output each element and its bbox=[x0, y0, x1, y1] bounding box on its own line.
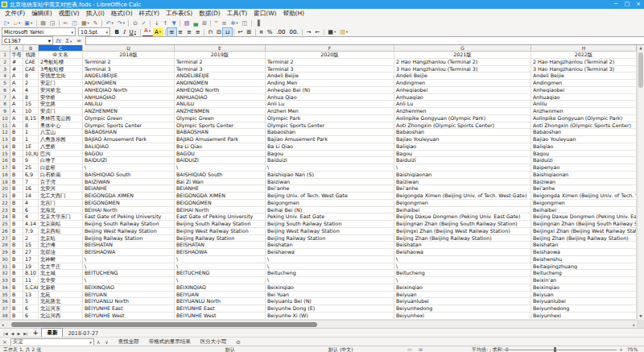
cell[interactable]: Beigongmen bbox=[394, 200, 531, 207]
cell[interactable]: ANHEQIAO North bbox=[175, 87, 266, 94]
wrap-text-button[interactable]: ↩ bbox=[236, 28, 245, 36]
cell[interactable]: 8 bbox=[23, 122, 39, 130]
cell[interactable]: 2 Hao Hangzhanlou (Terminal 2) bbox=[531, 59, 637, 66]
cell[interactable]: Baishiqiaonan bbox=[531, 172, 637, 179]
formula-button[interactable]: = bbox=[74, 38, 84, 44]
menu-item-4[interactable]: 格式(O) bbox=[108, 9, 136, 19]
cell[interactable]: 5,CAE bbox=[23, 284, 39, 292]
row-header-8[interactable]: 8 bbox=[0, 101, 10, 108]
row-header-28[interactable]: 28 bbox=[0, 242, 10, 249]
cell[interactable]: Beiyunhe Dong (E) bbox=[266, 305, 394, 313]
cell[interactable]: ANZHENMEN bbox=[83, 108, 175, 115]
cell[interactable]: B bbox=[10, 143, 23, 151]
row-header-35[interactable]: 35 bbox=[0, 292, 10, 299]
menu-item-2[interactable]: 视图(V) bbox=[56, 9, 83, 19]
font-size-combobox[interactable]: 10.5pt ▾ bbox=[78, 27, 110, 36]
cell[interactable]: 6 bbox=[23, 313, 39, 320]
cell[interactable]: A bbox=[10, 87, 23, 94]
column-header-H[interactable]: H bbox=[531, 45, 637, 52]
add-sheet-button[interactable]: + bbox=[30, 329, 42, 337]
cell[interactable]: Babaoshan bbox=[394, 129, 531, 136]
column-header-B[interactable]: B bbox=[23, 45, 39, 52]
cell[interactable]: Olympic Green bbox=[175, 115, 266, 122]
cell[interactable]: Anzhenmen bbox=[394, 108, 531, 115]
cell[interactable]: Baiziwan bbox=[266, 179, 394, 186]
maximize-button[interactable]: □ bbox=[621, 0, 633, 9]
page-style[interactable]: 默认 bbox=[225, 346, 235, 352]
row-header-20[interactable]: 20 bbox=[0, 185, 10, 193]
cell[interactable]: B bbox=[10, 270, 23, 277]
cell[interactable]: BEIYUNHE West bbox=[175, 313, 266, 320]
cell[interactable]: Beijingxi Zhan (Beijing West Railway Sta… bbox=[531, 228, 637, 235]
row-header-5[interactable]: 5 bbox=[0, 80, 10, 87]
cell[interactable]: Baipenyao bbox=[531, 164, 637, 172]
cell[interactable]: 2020版 bbox=[266, 52, 394, 59]
cell[interactable]: ANDELIBEIJIE bbox=[83, 72, 175, 80]
cell[interactable]: Aolinpike Gongyuan (Olympic Park) bbox=[394, 115, 531, 122]
cell[interactable]: 白盆窑 bbox=[39, 164, 83, 172]
cell[interactable]: BABAOSHAN bbox=[83, 129, 175, 136]
insert-image-button[interactable]: ▧ bbox=[182, 19, 192, 27]
minimize-button[interactable]: ─ bbox=[610, 0, 621, 9]
cell[interactable]: \ bbox=[266, 164, 394, 172]
sort-descending-button[interactable]: ↑ bbox=[161, 19, 170, 27]
cell[interactable]: A bbox=[10, 108, 23, 115]
cell[interactable]: 2号航站楼 bbox=[39, 59, 83, 66]
row-header-4[interactable]: 4 bbox=[0, 72, 10, 80]
row-header-10[interactable]: 10 bbox=[0, 115, 10, 122]
cell[interactable]: Beishatan bbox=[531, 242, 637, 249]
cell[interactable]: BAIDUIZI bbox=[83, 157, 175, 164]
cell[interactable]: East Gate of Peking University bbox=[175, 213, 266, 221]
cell[interactable]: 字母 bbox=[10, 52, 23, 59]
cell[interactable]: Babaoshan bbox=[266, 129, 394, 136]
open-button[interactable]: ▱▾ bbox=[11, 19, 23, 27]
cell[interactable]: Beiyuanlubei bbox=[394, 298, 531, 305]
cell[interactable]: \ bbox=[175, 256, 266, 263]
cell[interactable]: \ bbox=[175, 263, 266, 271]
cell[interactable]: 北沙滩 bbox=[39, 242, 83, 249]
decrease-indent-button[interactable]: ← bbox=[313, 28, 322, 36]
cell[interactable]: B bbox=[10, 277, 23, 284]
cell[interactable]: # bbox=[10, 59, 23, 66]
cell[interactable]: 白堆子 bbox=[39, 157, 83, 164]
cell[interactable]: Ba Li Qiao bbox=[266, 143, 394, 151]
align-right-button[interactable]: ≡ bbox=[184, 28, 193, 36]
cell[interactable]: Bai Zi Wan bbox=[175, 179, 266, 186]
cell[interactable]: Olympic Sports Center bbox=[266, 122, 394, 130]
justified-button[interactable]: ≡ bbox=[193, 28, 202, 36]
cell[interactable]: Anli Lu bbox=[266, 101, 394, 108]
cell[interactable]: Baliqiao bbox=[394, 143, 531, 151]
cell[interactable]: 13 bbox=[23, 292, 39, 299]
row-header-29[interactable]: 29 bbox=[0, 249, 10, 256]
cell[interactable]: Ba Li Qiao bbox=[175, 143, 266, 151]
cell[interactable]: Beijing South Railway Station bbox=[175, 221, 266, 228]
cell[interactable]: Baliqiao bbox=[531, 143, 637, 151]
cell[interactable]: 16 bbox=[23, 185, 39, 193]
cell[interactable]: A bbox=[10, 115, 23, 122]
cell[interactable]: A bbox=[10, 72, 23, 80]
select-function-button[interactable]: Σ▾ bbox=[64, 38, 75, 44]
formatted-display-checkbox[interactable]: 带格式的显示结果 bbox=[147, 338, 193, 346]
row-header-32[interactable]: 32 bbox=[0, 270, 10, 277]
cell[interactable]: ANDINGMEN bbox=[175, 80, 266, 87]
cell[interactable]: B bbox=[10, 221, 23, 228]
cell[interactable]: \ bbox=[83, 256, 175, 263]
cell[interactable]: BEISHATAN bbox=[175, 242, 266, 249]
cell[interactable]: BAIDUIZI bbox=[175, 157, 266, 164]
cell[interactable]: B bbox=[10, 256, 23, 263]
redo-button[interactable]: ↷▾ bbox=[115, 19, 126, 27]
cell[interactable]: Beixinqiao bbox=[266, 284, 394, 292]
sort-ascending-button[interactable]: ↓ bbox=[152, 19, 161, 27]
cell[interactable]: 北运河西 bbox=[39, 313, 83, 320]
row-header-2[interactable]: 2 bbox=[0, 59, 10, 66]
row-header-11[interactable]: 11 bbox=[0, 122, 10, 130]
cell[interactable]: 4 bbox=[23, 200, 39, 207]
cell[interactable]: # bbox=[10, 66, 23, 73]
cell[interactable]: 安贞门 bbox=[39, 108, 83, 115]
cell[interactable]: ANHUAQIAO bbox=[175, 94, 266, 101]
cell[interactable]: 10,XJ bbox=[23, 151, 39, 158]
format-currency-button[interactable]: ¤ bbox=[258, 28, 265, 36]
cell[interactable]: BEIHAI North bbox=[175, 207, 266, 214]
cell[interactable]: BEIGONGMEN bbox=[175, 200, 266, 207]
menu-item-0[interactable]: 文件(F) bbox=[2, 9, 28, 19]
